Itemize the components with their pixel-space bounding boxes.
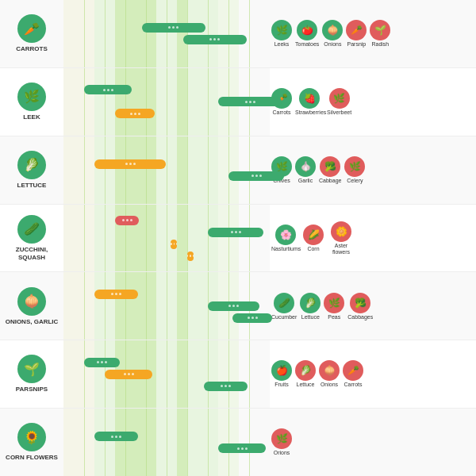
- companion-onions-2: 🌿Peas: [324, 293, 344, 321]
- plant-name-lettuce: LETTUCE: [17, 182, 47, 190]
- companion-icon-carrots-1: 🍅: [297, 20, 317, 40]
- companion-icon-onions-1: 🥬: [300, 293, 321, 313]
- companions-leek: 🥕Carrots🍓Strawberries🌿Silverbeet: [271, 88, 474, 116]
- plant-icon-carrots: 🥕: [17, 14, 46, 43]
- plant-name-onions: ONIONS, GARLIC: [6, 318, 59, 326]
- bar-cornflowers-0: [94, 432, 138, 441]
- companion-name-lettuce-3: Celery: [347, 178, 363, 184]
- companion-name-onions-0: Cucumber: [271, 314, 297, 321]
- timeline-col-zucchini: [63, 205, 270, 272]
- companion-name-leek-0: Carrots: [273, 109, 291, 116]
- companion-icon-carrots-0: 🌿: [271, 20, 292, 40]
- bar-row-1: [63, 35, 270, 44]
- companion-icon-leek-2: 🌿: [329, 88, 350, 109]
- left-col-carrots: 🥕CARROTS: [0, 0, 63, 67]
- companion-icon-onions-2: 🌿: [324, 293, 344, 313]
- companion-name-onions-1: Lettuce: [301, 314, 320, 321]
- bar-row-0: [63, 23, 270, 33]
- companion-zucchini-2: 🌼Aster flowers: [327, 221, 355, 255]
- bar-leek-2: [115, 109, 155, 118]
- companions-col-cornflowers: 🌿Orions: [270, 409, 476, 476]
- bar-row-0: [63, 85, 270, 94]
- bar-row-1: [63, 97, 270, 106]
- companions-zucchini: 🌸Nasturtiums🌽Corn🌼Aster flowers: [271, 221, 474, 255]
- planting-guide: 🥕CARROTS🌿Leeks🍅Tomatoes🧅Onions🥕Parsnip🌱R…: [0, 0, 476, 476]
- bar-parsnips-0: [84, 358, 120, 367]
- bar-row-1: [63, 171, 270, 181]
- left-col-cornflowers: 🌻Corn flowers: [0, 409, 63, 476]
- companion-onions-0: 🥒Cucumber: [271, 293, 297, 321]
- bar-row-0: [63, 216, 270, 225]
- companion-parsnips-2: 🧅Onions: [319, 360, 340, 388]
- plant-row-carrots: 🥕CARROTS🌿Leeks🍅Tomatoes🧅Onions🥕Parsnip🌱R…: [0, 0, 476, 68]
- companion-carrots-2: 🧅Onions: [322, 20, 343, 48]
- companion-name-leek-2: Silverbeet: [327, 109, 351, 116]
- timeline-col-carrots: [63, 0, 270, 67]
- companion-name-onions-2: Peas: [328, 314, 340, 321]
- companion-lettuce-1: 🧄Garlic: [295, 156, 316, 184]
- plant-icon-lettuce: 🥬: [17, 151, 46, 179]
- companion-cornflowers-0: 🌿Orions: [271, 428, 292, 456]
- companion-icon-parsnips-1: 🥬: [295, 360, 316, 381]
- companions-col-carrots: 🌿Leeks🍅Tomatoes🧅Onions🥕Parsnip🌱Radish: [270, 0, 476, 67]
- bar-row-2: [63, 240, 270, 249]
- left-col-leek: 🌿LEEK: [0, 68, 63, 136]
- plant-icon-leek: 🌿: [17, 83, 46, 111]
- companion-name-carrots-4: Radish: [371, 41, 389, 48]
- companion-name-parsnips-1: Lettuce: [297, 382, 315, 388]
- timeline-col-lettuce: [63, 136, 270, 204]
- companion-zucchini-1: 🌽Corn: [303, 225, 324, 252]
- companions-col-onions: 🥒Cucumber🥬Lettuce🌿Peas🥦Cabbages: [270, 272, 476, 340]
- bar-parsnips-1: [105, 370, 152, 379]
- bar-row-0: [63, 290, 270, 299]
- plant-name-cornflowers: Corn flowers: [6, 454, 58, 462]
- companions-carrots: 🌿Leeks🍅Tomatoes🧅Onions🥕Parsnip🌱Radish: [271, 20, 474, 48]
- timeline-col-cornflowers: [63, 409, 270, 476]
- bars-leek: [63, 68, 270, 136]
- plant-row-parsnips: 🌱PARSNIPS🍎Fruits🥬Lettuce🧅Onions🥕Carrots: [0, 340, 476, 409]
- companion-name-zucchini-2: Aster flowers: [327, 243, 355, 255]
- companions-col-lettuce: 🌿Chives🧄Garlic🥦Cabbage🌿Celery: [270, 136, 476, 204]
- bar-row-1: [63, 301, 270, 311]
- bar-cornflowers-1: [218, 443, 266, 453]
- companion-name-zucchini-1: Corn: [307, 246, 319, 252]
- bar-carrots-1: [183, 35, 247, 44]
- companion-icon-carrots-3: 🥕: [346, 20, 367, 40]
- companion-carrots-1: 🍅Tomatoes: [295, 20, 319, 48]
- companion-name-parsnips-3: Carrots: [344, 382, 363, 388]
- companion-icon-lettuce-1: 🧄: [295, 156, 316, 177]
- left-col-lettuce: 🥬LETTUCE: [0, 136, 63, 204]
- bar-row-0: [63, 358, 270, 367]
- companion-lettuce-2: 🥦Cabbage: [319, 156, 341, 184]
- companion-carrots-4: 🌱Radish: [370, 20, 390, 48]
- plant-row-leek: 🌿LEEK🥕Carrots🍓Strawberries🌿Silverbeet: [0, 68, 476, 136]
- bar-lettuce-1: [228, 171, 284, 181]
- companion-name-carrots-1: Tomatoes: [295, 41, 319, 48]
- companion-name-zucchini-0: Nasturtiums: [271, 246, 300, 252]
- plant-icon-onions: 🧅: [17, 287, 46, 316]
- companion-parsnips-0: 🍎Fruits: [271, 360, 292, 388]
- bar-row-0: [63, 432, 270, 441]
- left-col-onions: 🧅ONIONS, GARLIC: [0, 272, 63, 340]
- companion-zucchini-0: 🌸Nasturtiums: [271, 225, 300, 252]
- companion-icon-lettuce-2: 🥦: [320, 156, 340, 177]
- companion-name-carrots-0: Leeks: [274, 41, 290, 48]
- companion-icon-zucchini-2: 🌼: [331, 221, 351, 242]
- companion-icon-parsnips-2: 🧅: [319, 360, 340, 381]
- plant-row-lettuce: 🥬LETTUCE🌿Chives🧄Garlic🥦Cabbage🌿Celery: [0, 136, 476, 205]
- companion-icon-carrots-2: 🧅: [322, 20, 343, 40]
- bar-onions-2: [232, 313, 272, 323]
- companion-icon-parsnips-0: 🍎: [271, 360, 292, 381]
- plant-icon-cornflowers: 🌻: [17, 423, 46, 451]
- companion-leek-1: 🍓Strawberries: [295, 88, 324, 116]
- companion-name-parsnips-0: Fruits: [274, 382, 289, 388]
- companion-parsnips-3: 🥕Carrots: [343, 360, 363, 388]
- bar-carrots-0: [142, 23, 205, 33]
- plant-row-zucchini: 🥒ZUCCHINI, SQUASH🌸Nasturtiums🌽Corn🌼Aster…: [0, 205, 476, 273]
- companion-name-parsnips-2: Onions: [321, 382, 338, 388]
- bar-zucchini-1: [208, 228, 263, 237]
- companion-leek-2: 🌿Silverbeet: [327, 88, 351, 116]
- companions-lettuce: 🌿Chives🧄Garlic🥦Cabbage🌿Celery: [271, 156, 474, 184]
- bars-carrots: [63, 0, 270, 67]
- companion-name-lettuce-1: Garlic: [298, 178, 313, 184]
